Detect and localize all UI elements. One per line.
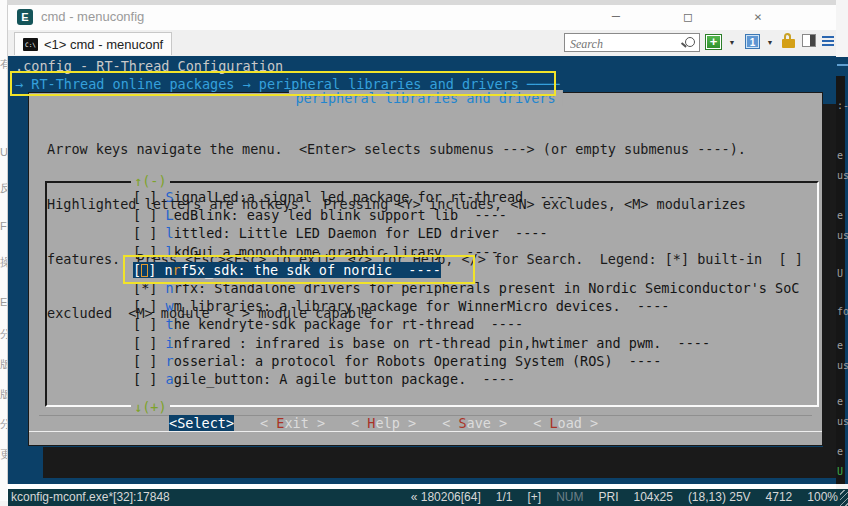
menu-item[interactable]: [ ] rosserial: a protocol for Robots Ope… <box>47 352 815 370</box>
background-text-fragment: us <box>837 416 848 427</box>
background-text-fragment: U <box>0 146 7 158</box>
dialog-button-save[interactable]: < Save > <box>442 415 507 432</box>
background-text-fragment: fo <box>837 306 848 317</box>
close-button[interactable]: × <box>743 7 773 27</box>
background-text-fragment: e <box>837 210 843 221</box>
background-text-fragment: 分 <box>0 328 7 340</box>
background-text-fragment: 分 <box>0 418 7 430</box>
new-console-dropdown-icon[interactable]: ▼ <box>727 34 737 52</box>
scroll-up-indicator: ↑(-) <box>131 173 170 189</box>
console-list-dropdown-icon[interactable]: ▼ <box>765 34 775 52</box>
background-window-titlebar <box>836 57 848 76</box>
background-text-fragment: U <box>837 268 843 279</box>
conemu-window: E cmd - menuconfig ─ □ × C:\ <1> cmd - m… <box>7 5 836 484</box>
menu-item[interactable]: [ ] the kendryte-sdk package for rt-thre… <box>47 315 815 333</box>
background-console-strip: :-euseusUfoeuseuseU <box>836 76 848 484</box>
dialog-bottom-highlight <box>29 431 822 432</box>
background-text-fragment: us <box>837 360 848 371</box>
annotation-box-breadcrumb <box>10 71 556 96</box>
status-segment[interactable]: 100% <box>807 489 838 506</box>
console-panel-icon[interactable] <box>802 34 816 47</box>
dialog-button-row: <Select>< Exit >< Help >< Save >< Load > <box>169 415 598 432</box>
status-segment[interactable]: 104x25 <box>634 489 673 506</box>
background-text-fragment: us <box>837 170 848 181</box>
menu-hamburger-icon[interactable] <box>822 36 834 48</box>
background-text-fragment: F <box>0 220 7 232</box>
desktop-sliver-left: 有U反F操E分版版分更 <box>0 0 7 501</box>
status-segment[interactable]: 1/1 <box>496 489 513 506</box>
cmd-icon: C:\ <box>23 38 38 51</box>
menu-item[interactable]: [ ] infrared : infrared is base on rt-th… <box>47 334 815 352</box>
background-text-fragment: E <box>0 296 7 308</box>
dialog-button-load[interactable]: < Load > <box>533 415 598 432</box>
dialog-shadow-right <box>823 104 836 478</box>
dialog-shadow-bottom <box>43 447 836 478</box>
background-text-fragment: 操 <box>0 256 7 268</box>
background-text-fragment: e <box>837 396 843 407</box>
menu-item[interactable]: [ ] agile_button: A agile button package… <box>47 370 815 388</box>
background-window-right: :-euseusUfoeuseuseU <box>836 0 848 501</box>
tab-cmd-menuconfig[interactable]: C:\ <1> cmd - menuconf <box>14 32 172 55</box>
menu-item[interactable]: [ ] LedBlink: easy led blink support lib… <box>47 206 815 224</box>
status-segment[interactable]: [+] <box>527 489 541 506</box>
conemu-app-icon: E <box>17 9 33 25</box>
background-text-fragment: 有 <box>0 58 7 70</box>
dialog-button-exit[interactable]: < Exit > <box>260 415 325 432</box>
status-segment[interactable]: NUM <box>556 489 583 506</box>
scroll-down-indicator: ↓(+) <box>131 399 170 415</box>
background-text-fragment: 版 <box>0 388 7 400</box>
maximize-button[interactable]: □ <box>673 7 703 27</box>
console-number-icon[interactable]: 1 <box>745 34 760 49</box>
minimize-button[interactable]: ─ <box>601 7 631 27</box>
background-text-fragment: 版 <box>0 358 7 370</box>
new-console-button[interactable]: + <box>705 34 722 50</box>
background-text-fragment: 反 <box>0 182 7 194</box>
search-icon[interactable] <box>685 37 695 47</box>
background-text-fragment: e <box>837 446 843 457</box>
status-process: kconfig-mconf.exe*[32]:17848 <box>11 489 170 506</box>
tab-label: <1> cmd - menuconf <box>44 37 163 52</box>
window-title: cmd - menuconfig <box>41 9 144 24</box>
menu-item[interactable]: [ ] littled: Little LED Daemon for LED d… <box>47 224 815 242</box>
background-text-fragment: U <box>837 466 843 477</box>
menu-list: [ ] SignalLed:a signal led package for r… <box>47 188 815 405</box>
status-segment[interactable]: PRI <box>598 489 618 506</box>
status-segment[interactable]: « 180206[64] <box>411 489 481 506</box>
dialog-button-help[interactable]: < Help > <box>351 415 416 432</box>
menu-item[interactable]: [ ] SignalLed:a signal led package for r… <box>47 188 815 206</box>
background-text-fragment: e <box>837 150 843 161</box>
background-text-fragment: :- <box>837 100 848 111</box>
annotation-box-selected-item <box>123 255 475 284</box>
terminal-area[interactable]: .config - RT-Thread Configuration → RT-T… <box>8 56 836 484</box>
background-text-fragment: us <box>837 230 848 241</box>
status-bar: kconfig-mconf.exe*[32]:17848 « 180206[64… <box>8 489 848 506</box>
menu-list-box: ↑(-) [ ] SignalLed:a signal led package … <box>45 181 819 407</box>
background-text-fragment: e <box>837 340 843 351</box>
status-segment[interactable]: 4712 <box>766 489 793 506</box>
resize-grip[interactable] <box>840 490 848 506</box>
status-segments: « 180206[64]1/1[+]NUMPRI104x25(18,13) 25… <box>411 489 838 506</box>
dialog-button-select[interactable]: <Select> <box>169 415 234 432</box>
lock-icon[interactable] <box>782 39 795 48</box>
search-box[interactable] <box>564 33 700 52</box>
background-window-highlight <box>837 64 848 66</box>
background-text-fragment: 更 <box>0 448 7 460</box>
tab-bar: C:\ <1> cmd - menuconf + ▼ 1 ▼ <box>8 30 836 56</box>
search-input[interactable] <box>568 36 684 53</box>
title-bar[interactable]: E cmd - menuconfig ─ □ × <box>8 5 836 30</box>
status-segment[interactable]: (18,13) 25V <box>688 489 751 506</box>
menu-item[interactable]: [ ] wm_libraries: a library package for … <box>47 297 815 315</box>
